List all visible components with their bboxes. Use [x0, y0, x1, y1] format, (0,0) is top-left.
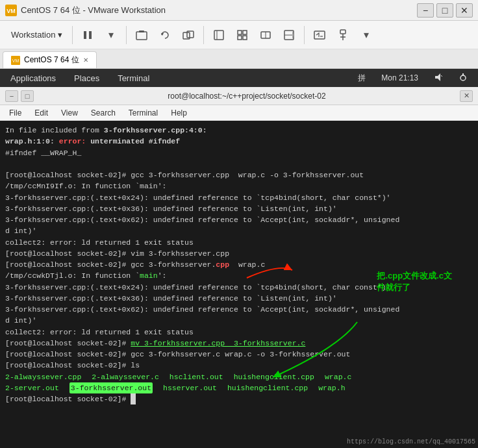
svg-marker-27	[435, 73, 440, 81]
menu-file[interactable]: File	[4, 107, 27, 119]
terminal-line: #ifndef __WRAP_H_	[5, 147, 473, 158]
terminal-titlebar: − □ root@localhost:~/c++project/socket/s…	[0, 87, 478, 105]
svg-rect-12	[243, 31, 247, 34]
toolbar-separator-1	[72, 26, 73, 44]
gnome-power[interactable]	[455, 71, 472, 85]
terminal-ls-output: 2-alwayssever.cpp 2-alwayssever.c hsclie…	[5, 371, 473, 382]
svg-line-28	[441, 75, 442, 77]
menu-search[interactable]: Search	[86, 107, 121, 119]
close-button[interactable]: ✕	[456, 3, 473, 18]
vm-window[interactable]: Applications Places Terminal 拼 Mon 21:13…	[0, 69, 478, 448]
gnome-bar: Applications Places Terminal 拼 Mon 21:13	[0, 69, 478, 87]
terminal-line: wrap.h:1:0: error: unterminated #ifndef	[5, 136, 473, 147]
menu-view[interactable]: View	[56, 107, 83, 119]
terminal-content[interactable]: In file included from 3-forkhsserver.cpp…	[0, 121, 478, 448]
app-icon: VM	[5, 5, 17, 16]
pause-dropdown[interactable]: ▾	[100, 24, 122, 46]
gnome-terminal-menu[interactable]: Terminal	[114, 72, 153, 84]
snapshot-button[interactable]	[131, 24, 153, 46]
vm-tab-icon: VM	[11, 56, 20, 65]
menu-edit[interactable]: Edit	[29, 107, 53, 119]
terminal-line: 3-forkhsserver.cpp:(.text+0x36): undefin…	[5, 203, 473, 214]
svg-rect-20	[314, 31, 325, 39]
gnome-volume[interactable]	[430, 71, 447, 85]
terminal-line: d int)'	[5, 225, 473, 236]
terminal-line: d int)'	[5, 315, 473, 326]
terminal-line: [root@localhost socket-02]# mv 3-forkhss…	[5, 338, 473, 349]
terminal-restore[interactable]: □	[21, 90, 34, 102]
restore-button[interactable]	[154, 24, 176, 46]
terminal-line: 3-forkhsserver.cpp:(.text+0x24): undefin…	[5, 192, 473, 203]
terminal-title: root@localhost:~/c++project/socket/socke…	[34, 92, 460, 101]
terminal-line: [root@localhost socket-02]# gcc 3-forkhs…	[5, 349, 473, 360]
terminal-prompt-last: [root@localhost socket-02]#	[5, 393, 473, 404]
terminal-controls: − □	[5, 90, 34, 102]
gnome-time[interactable]: Mon 21:13	[377, 72, 422, 84]
vmware-toolbar: Workstation ▾ ▾ ▾	[0, 21, 478, 49]
svg-point-29	[460, 75, 466, 81]
svg-rect-13	[238, 36, 242, 40]
terminal-line: [root@localhost socket-02]# vim 3-forkhs…	[5, 248, 473, 259]
status-url: https://blog.csdn.net/qq_40017565	[347, 437, 475, 447]
terminal-close[interactable]: ✕	[460, 90, 473, 102]
toolbar-separator-4	[304, 26, 305, 44]
svg-text:VM: VM	[12, 58, 19, 63]
maximize-button[interactable]: □	[436, 3, 453, 18]
svg-rect-11	[238, 31, 242, 34]
terminal-line: 3-forkhsserver.cpp:(.text+0x62): undefin…	[5, 214, 473, 225]
tab-close-button[interactable]: ✕	[83, 56, 88, 64]
workstation-menu[interactable]: Workstation ▾	[5, 24, 68, 46]
clone-button[interactable]	[177, 24, 199, 46]
gnome-ime[interactable]: 拼	[354, 71, 370, 85]
dropdown-arrow: ▾	[58, 30, 62, 40]
svg-rect-5	[139, 31, 144, 32]
title-bar: VM CentOS 7 64 位 - VMware Workstation − …	[0, 0, 478, 21]
toolbar-separator-2	[126, 26, 127, 44]
settings-button[interactable]	[278, 24, 300, 46]
menu-terminal[interactable]: Terminal	[123, 107, 163, 119]
terminal-line: collect2: error: ld returned 1 exit stat…	[5, 237, 473, 248]
toolbar-separator-3	[203, 26, 204, 44]
terminal-line: /tmp/ccMnI9If.o: In function `main':	[5, 180, 473, 192]
gnome-bar-right: 拼 Mon 21:13	[354, 71, 472, 85]
svg-rect-14	[243, 36, 247, 40]
usb-button[interactable]	[332, 24, 354, 46]
terminal-menubar: File Edit View Search Terminal Help	[0, 105, 478, 121]
terminal-ls-output-2: 2-server.out 3-forkhsserver.out hsserver…	[5, 382, 473, 393]
gnome-apps-menu[interactable]: Applications	[6, 72, 60, 84]
terminal-line: 3-forkhsserver.cpp:(.text+0x62): undefin…	[5, 304, 473, 315]
minimize-button[interactable]: −	[417, 3, 434, 18]
terminal-line: 3-forkhsserver.cpp:(.text+0x36): undefin…	[5, 293, 473, 304]
svg-rect-22	[340, 30, 346, 34]
pause-button[interactable]	[77, 24, 99, 46]
svg-text:VM: VM	[6, 8, 16, 14]
svg-rect-3	[89, 31, 92, 39]
svg-rect-4	[136, 32, 147, 40]
vm-tab-label: CentOS 7 64 位	[24, 55, 79, 66]
terminal-line: 3-forkhsserver.cpp:(.text+0x24): undefin…	[5, 282, 473, 293]
vm-tab[interactable]: VM CentOS 7 64 位 ✕	[3, 51, 97, 68]
tab-bar: VM CentOS 7 64 位 ✕	[0, 49, 478, 69]
unity-button[interactable]	[231, 24, 253, 46]
terminal-line: collect2: error: ld returned 1 exit stat…	[5, 327, 473, 338]
terminal-line: [root@localhost socket-02]# ls	[5, 360, 473, 371]
svg-rect-2	[84, 31, 86, 39]
window-controls: − □ ✕	[417, 3, 473, 18]
terminal-line	[5, 158, 473, 169]
window-title: CentOS 7 64 位 - VMware Workstation	[21, 5, 417, 16]
workstation-label: Workstation	[11, 30, 55, 40]
terminal-line: In file included from 3-forkhsserver.cpp…	[5, 125, 473, 136]
menu-help[interactable]: Help	[166, 107, 192, 119]
usb-dropdown[interactable]: ▾	[355, 24, 377, 46]
terminal-line: [root@localhost socket-02]# gcc 3-forkhs…	[5, 169, 473, 180]
fullscreen-button[interactable]	[208, 24, 230, 46]
svg-rect-9	[214, 31, 223, 40]
terminal-line: /tmp/ccwkDTjl.o: In function `main':	[5, 270, 473, 281]
console-button[interactable]	[308, 24, 331, 46]
fit-button[interactable]	[255, 24, 277, 46]
terminal-minimize[interactable]: −	[5, 90, 18, 102]
gnome-places-menu[interactable]: Places	[70, 72, 103, 84]
terminal-line: [root@localhost socket-02]# gcc 3-forkhs…	[5, 259, 473, 270]
